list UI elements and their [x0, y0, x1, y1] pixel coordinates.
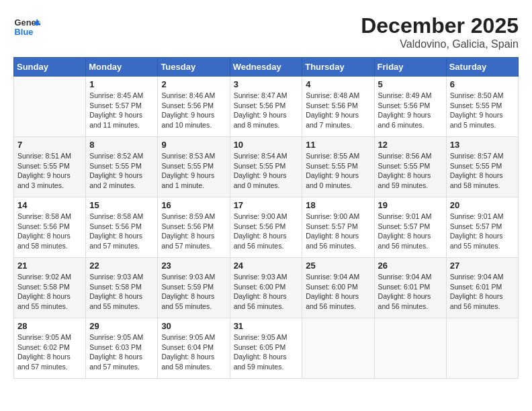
- day-number: 26: [378, 261, 443, 271]
- calendar-cell: 24Sunrise: 9:03 AMSunset: 6:00 PMDayligh…: [230, 258, 302, 318]
- day-number: 21: [17, 261, 82, 271]
- weekday-header-friday: Friday: [374, 58, 446, 77]
- day-info: Sunrise: 8:51 AMSunset: 5:55 PMDaylight:…: [17, 151, 82, 191]
- day-info: Sunrise: 9:05 AMSunset: 6:04 PMDaylight:…: [161, 332, 226, 372]
- day-info: Sunrise: 8:56 AMSunset: 5:55 PMDaylight:…: [378, 151, 443, 191]
- day-number: 27: [450, 261, 515, 271]
- calendar-week-row: 14Sunrise: 8:58 AMSunset: 5:56 PMDayligh…: [14, 197, 519, 258]
- day-info: Sunrise: 9:04 AMSunset: 6:01 PMDaylight:…: [378, 272, 443, 312]
- day-number: 9: [161, 140, 226, 150]
- day-number: 10: [234, 140, 299, 150]
- day-info: Sunrise: 9:00 AMSunset: 5:56 PMDaylight:…: [234, 212, 299, 251]
- calendar-cell: 12Sunrise: 8:56 AMSunset: 5:55 PMDayligh…: [374, 137, 446, 197]
- day-info: Sunrise: 8:57 AMSunset: 5:55 PMDaylight:…: [450, 151, 515, 191]
- calendar-table: SundayMondayTuesdayWednesdayThursdayFrid…: [13, 57, 519, 379]
- day-info: Sunrise: 9:05 AMSunset: 6:05 PMDaylight:…: [234, 332, 299, 372]
- calendar-week-row: 1Sunrise: 8:45 AMSunset: 5:57 PMDaylight…: [14, 77, 519, 137]
- weekday-header-row: SundayMondayTuesdayWednesdayThursdayFrid…: [14, 58, 519, 77]
- calendar-cell: 3Sunrise: 8:47 AMSunset: 5:56 PMDaylight…: [230, 77, 302, 137]
- day-number: 11: [306, 140, 370, 150]
- day-info: Sunrise: 8:46 AMSunset: 5:56 PMDaylight:…: [161, 91, 226, 130]
- calendar-cell: 28Sunrise: 9:05 AMSunset: 6:02 PMDayligh…: [14, 318, 86, 379]
- calendar-cell: 23Sunrise: 9:03 AMSunset: 5:59 PMDayligh…: [158, 258, 230, 318]
- calendar-cell: 11Sunrise: 8:55 AMSunset: 5:55 PMDayligh…: [302, 137, 374, 197]
- day-number: 6: [450, 79, 515, 89]
- day-info: Sunrise: 9:03 AMSunset: 5:58 PMDaylight:…: [89, 272, 154, 312]
- day-info: Sunrise: 9:04 AMSunset: 6:00 PMDaylight:…: [306, 272, 370, 312]
- day-number: 28: [17, 321, 82, 331]
- location-subtitle: Valdovino, Galicia, Spain: [361, 38, 519, 50]
- page-header: General Blue December 2025 Valdovino, Ga…: [13, 13, 519, 50]
- day-number: 25: [306, 261, 370, 271]
- weekday-header-saturday: Saturday: [446, 58, 518, 77]
- day-info: Sunrise: 9:04 AMSunset: 6:01 PMDaylight:…: [450, 272, 515, 312]
- day-number: 30: [161, 321, 226, 331]
- day-info: Sunrise: 9:02 AMSunset: 5:58 PMDaylight:…: [17, 272, 82, 312]
- day-number: 4: [306, 79, 370, 89]
- calendar-cell: 31Sunrise: 9:05 AMSunset: 6:05 PMDayligh…: [230, 318, 302, 379]
- day-number: 12: [378, 140, 443, 150]
- weekday-header-sunday: Sunday: [14, 58, 86, 77]
- calendar-cell: 21Sunrise: 9:02 AMSunset: 5:58 PMDayligh…: [14, 258, 86, 318]
- day-info: Sunrise: 9:01 AMSunset: 5:57 PMDaylight:…: [450, 212, 515, 251]
- calendar-cell: 1Sunrise: 8:45 AMSunset: 5:57 PMDaylight…: [86, 77, 158, 137]
- calendar-cell: 13Sunrise: 8:57 AMSunset: 5:55 PMDayligh…: [446, 137, 518, 197]
- day-number: 17: [234, 200, 299, 210]
- calendar-cell: 6Sunrise: 8:50 AMSunset: 5:55 PMDaylight…: [446, 77, 518, 137]
- calendar-cell: 27Sunrise: 9:04 AMSunset: 6:01 PMDayligh…: [446, 258, 518, 318]
- calendar-cell: 5Sunrise: 8:49 AMSunset: 5:56 PMDaylight…: [374, 77, 446, 137]
- day-info: Sunrise: 8:49 AMSunset: 5:56 PMDaylight:…: [378, 91, 443, 130]
- weekday-header-wednesday: Wednesday: [230, 58, 302, 77]
- calendar-cell: 30Sunrise: 9:05 AMSunset: 6:04 PMDayligh…: [158, 318, 230, 379]
- calendar-cell: 20Sunrise: 9:01 AMSunset: 5:57 PMDayligh…: [446, 197, 518, 258]
- day-number: 7: [17, 140, 82, 150]
- calendar-cell: 17Sunrise: 9:00 AMSunset: 5:56 PMDayligh…: [230, 197, 302, 258]
- calendar-cell: 9Sunrise: 8:53 AMSunset: 5:55 PMDaylight…: [158, 137, 230, 197]
- logo: General Blue: [13, 13, 43, 40]
- calendar-cell: 16Sunrise: 8:59 AMSunset: 5:56 PMDayligh…: [158, 197, 230, 258]
- calendar-cell: 26Sunrise: 9:04 AMSunset: 6:01 PMDayligh…: [374, 258, 446, 318]
- calendar-cell: 4Sunrise: 8:48 AMSunset: 5:56 PMDaylight…: [302, 77, 374, 137]
- day-number: 3: [234, 79, 299, 89]
- calendar-week-row: 28Sunrise: 9:05 AMSunset: 6:02 PMDayligh…: [14, 318, 519, 379]
- day-number: 31: [234, 321, 299, 331]
- day-info: Sunrise: 8:52 AMSunset: 5:55 PMDaylight:…: [89, 151, 154, 191]
- calendar-week-row: 7Sunrise: 8:51 AMSunset: 5:55 PMDaylight…: [14, 137, 519, 197]
- day-number: 15: [89, 200, 154, 210]
- month-title: December 2025: [361, 13, 519, 38]
- day-info: Sunrise: 9:05 AMSunset: 6:03 PMDaylight:…: [89, 332, 154, 372]
- day-info: Sunrise: 9:05 AMSunset: 6:02 PMDaylight:…: [17, 332, 82, 372]
- day-number: 16: [161, 200, 226, 210]
- day-number: 14: [17, 200, 82, 210]
- weekday-header-monday: Monday: [86, 58, 158, 77]
- calendar-week-row: 21Sunrise: 9:02 AMSunset: 5:58 PMDayligh…: [14, 258, 519, 318]
- day-number: 1: [89, 79, 154, 89]
- calendar-cell: 2Sunrise: 8:46 AMSunset: 5:56 PMDaylight…: [158, 77, 230, 137]
- day-info: Sunrise: 9:00 AMSunset: 5:57 PMDaylight:…: [306, 212, 370, 251]
- day-info: Sunrise: 8:53 AMSunset: 5:55 PMDaylight:…: [161, 151, 226, 191]
- day-info: Sunrise: 8:58 AMSunset: 5:56 PMDaylight:…: [89, 212, 154, 251]
- weekday-header-thursday: Thursday: [302, 58, 374, 77]
- calendar-cell: 18Sunrise: 9:00 AMSunset: 5:57 PMDayligh…: [302, 197, 374, 258]
- day-info: Sunrise: 8:58 AMSunset: 5:56 PMDaylight:…: [17, 212, 82, 251]
- weekday-header-tuesday: Tuesday: [158, 58, 230, 77]
- title-block: December 2025 Valdovino, Galicia, Spain: [361, 13, 519, 50]
- day-info: Sunrise: 9:03 AMSunset: 6:00 PMDaylight:…: [234, 272, 299, 312]
- calendar-body: 1Sunrise: 8:45 AMSunset: 5:57 PMDaylight…: [14, 77, 519, 379]
- day-number: 24: [234, 261, 299, 271]
- calendar-cell: 10Sunrise: 8:54 AMSunset: 5:55 PMDayligh…: [230, 137, 302, 197]
- day-number: 22: [89, 261, 154, 271]
- day-number: 23: [161, 261, 226, 271]
- calendar-cell: 25Sunrise: 9:04 AMSunset: 6:00 PMDayligh…: [302, 258, 374, 318]
- day-info: Sunrise: 8:54 AMSunset: 5:55 PMDaylight:…: [234, 151, 299, 191]
- day-info: Sunrise: 8:48 AMSunset: 5:56 PMDaylight:…: [306, 91, 370, 130]
- calendar-cell: 14Sunrise: 8:58 AMSunset: 5:56 PMDayligh…: [14, 197, 86, 258]
- day-info: Sunrise: 9:03 AMSunset: 5:59 PMDaylight:…: [161, 272, 226, 312]
- calendar-cell: 19Sunrise: 9:01 AMSunset: 5:57 PMDayligh…: [374, 197, 446, 258]
- day-number: 8: [89, 140, 154, 150]
- calendar-cell: [446, 318, 518, 379]
- day-number: 29: [89, 321, 154, 331]
- day-info: Sunrise: 8:55 AMSunset: 5:55 PMDaylight:…: [306, 151, 370, 191]
- calendar-cell: 22Sunrise: 9:03 AMSunset: 5:58 PMDayligh…: [86, 258, 158, 318]
- svg-text:Blue: Blue: [15, 27, 34, 37]
